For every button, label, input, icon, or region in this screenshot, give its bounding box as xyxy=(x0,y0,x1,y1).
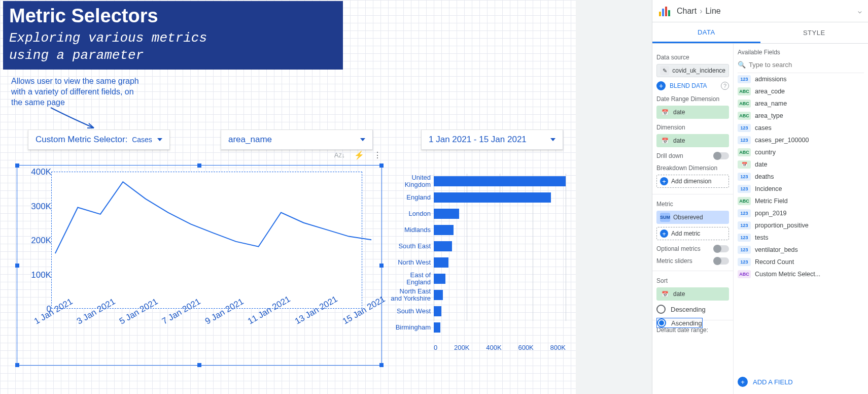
bar-category-label: East of England xyxy=(388,272,434,285)
field-type-badge: 123 xyxy=(738,258,751,266)
plus-circle-icon: + xyxy=(738,377,748,387)
line-chart-component[interactable]: AZ↓ ⚡ ⋮ 0100K200K300K400K 1 Jan 20213 Ja… xyxy=(17,165,382,366)
metric-sliders-toggle[interactable] xyxy=(714,257,729,265)
available-field[interactable]: 123deaths xyxy=(738,171,864,183)
chart-type-icon xyxy=(658,6,672,17)
datasource-chip[interactable]: ✎ covid_uk_incidence xyxy=(656,64,729,77)
bar-rect xyxy=(434,290,443,300)
available-field[interactable]: 123cases xyxy=(738,122,864,134)
available-field[interactable]: ABCcountry xyxy=(738,146,864,158)
area-name-dropdown[interactable]: area_name xyxy=(221,129,373,150)
bar-category-label: London xyxy=(388,210,434,217)
add-dimension-button[interactable]: + Add dimension xyxy=(656,175,729,188)
report-canvas[interactable]: Metric Selectors Exploring various metri… xyxy=(0,0,576,394)
date-range-dimension-chip[interactable]: 📅 date xyxy=(656,106,729,119)
available-field[interactable]: ABCCustom Metric Select... xyxy=(738,268,864,280)
available-field[interactable]: 123Incidence xyxy=(738,183,864,195)
available-field[interactable]: 123cases_per_100000 xyxy=(738,134,864,146)
add-field-button[interactable]: + ADD A FIELD xyxy=(738,372,864,389)
sort-az-icon[interactable]: AZ↓ xyxy=(334,151,345,159)
available-field[interactable]: 123ventilator_beds xyxy=(738,244,864,256)
field-name-label: Record Count xyxy=(755,258,794,266)
bar-xtick-label: 200K xyxy=(454,344,469,351)
metric-chip[interactable]: SUM Obsereved xyxy=(656,211,729,224)
field-name-label: area_code xyxy=(755,88,785,95)
date-range-dropdown[interactable]: 1 Jan 2021 - 15 Jan 2021 xyxy=(421,129,563,150)
help-icon[interactable]: ? xyxy=(721,82,729,90)
field-name-label: Incidence xyxy=(755,185,782,192)
field-type-badge: 123 xyxy=(738,209,751,217)
available-field[interactable]: ABCMetric Field xyxy=(738,195,864,207)
available-field[interactable]: ABCarea_type xyxy=(738,110,864,122)
field-type-badge: 📅 xyxy=(738,160,751,169)
available-fields-column: Available Fields 🔍 123admissionsABCarea_… xyxy=(734,44,868,394)
field-type-badge: 123 xyxy=(738,124,751,132)
available-field[interactable]: 123admissions xyxy=(738,73,864,85)
chevron-down-icon xyxy=(360,138,365,141)
bar-rect xyxy=(434,192,551,203)
section-label: Available Fields xyxy=(738,49,864,56)
field-type-badge: 123 xyxy=(738,234,751,242)
section-label: Drill down xyxy=(656,152,683,159)
field-type-badge: 123 xyxy=(738,185,751,193)
field-search-input[interactable] xyxy=(749,61,864,69)
dimension-chip[interactable]: 📅 date xyxy=(656,134,729,147)
add-metric-button[interactable]: + Add metric xyxy=(656,227,729,240)
tab-style[interactable]: STYLE xyxy=(760,22,869,43)
field-name-label: deaths xyxy=(755,173,774,180)
aggregation-badge: SUM xyxy=(660,213,670,222)
sort-descending-radio[interactable]: Descending xyxy=(656,305,729,314)
section-label: Metric sliders xyxy=(656,257,692,265)
line-series xyxy=(17,166,381,365)
bar-rect xyxy=(434,225,454,235)
field-name-label: cases xyxy=(755,124,772,132)
sort-ascending-radio[interactable]: Ascending xyxy=(656,318,703,328)
bar-xtick-label: 600K xyxy=(518,344,533,351)
bar-category-label: South East xyxy=(388,243,434,250)
tab-data[interactable]: DATA xyxy=(652,22,760,43)
chevron-down-icon xyxy=(157,138,162,141)
optional-metrics-toggle[interactable] xyxy=(714,245,729,252)
field-type-badge: 123 xyxy=(738,136,751,144)
calendar-icon: 📅 xyxy=(660,108,670,117)
field-name-label: area_type xyxy=(755,112,783,119)
field-type-badge: ABC xyxy=(738,148,751,156)
svg-rect-1 xyxy=(662,9,664,16)
bar-category-label: North East and Yorkshire xyxy=(388,288,434,302)
custom-metric-selector-dropdown[interactable]: Custom Metric Selector: Cases xyxy=(28,129,170,150)
panel-header[interactable]: Chart›Line ⌵ xyxy=(652,0,868,22)
bar-category-label: United Kingdom xyxy=(388,174,434,188)
available-field[interactable]: ABCarea_name xyxy=(738,97,864,110)
chevron-down-icon[interactable]: ⌵ xyxy=(858,7,862,15)
bar-category-label: England xyxy=(388,194,434,201)
blend-data-button[interactable]: + BLEND DATA ? xyxy=(656,81,729,90)
bar-chart-component[interactable]: United KingdomEnglandLondonMidlandsSouth… xyxy=(388,174,576,356)
calendar-icon: 📅 xyxy=(660,136,670,145)
available-field[interactable]: 📅date xyxy=(738,158,864,171)
field-name-label: country xyxy=(755,149,776,156)
sort-chip[interactable]: 📅 date xyxy=(656,287,729,301)
radio-icon xyxy=(656,305,666,314)
field-type-badge: ABC xyxy=(738,270,751,278)
available-field[interactable]: 123proportion_positive xyxy=(738,219,864,232)
available-field[interactable]: ABCarea_code xyxy=(738,85,864,97)
panel-tabs: DATA STYLE xyxy=(652,22,868,44)
available-field[interactable]: 123Record Count xyxy=(738,256,864,268)
field-name-label: ventilator_beds xyxy=(755,246,798,253)
field-name-label: proportion_positive xyxy=(755,222,809,229)
bar-rect xyxy=(434,306,441,316)
bar-xtick-label: 800K xyxy=(550,344,566,351)
field-name-label: popn_2019 xyxy=(755,210,787,217)
radio-icon xyxy=(657,318,666,327)
field-type-badge: 123 xyxy=(738,221,751,229)
bolt-icon[interactable]: ⚡ xyxy=(354,150,364,160)
calendar-icon: 📅 xyxy=(660,289,670,299)
more-vert-icon[interactable]: ⋮ xyxy=(373,150,381,160)
drilldown-toggle[interactable] xyxy=(714,152,729,159)
bar-category-label: Midlands xyxy=(388,226,434,234)
field-type-badge: 123 xyxy=(738,173,751,181)
field-type-badge: ABC xyxy=(738,87,751,95)
field-search[interactable]: 🔍 xyxy=(738,59,864,73)
available-field[interactable]: 123popn_2019 xyxy=(738,207,864,219)
available-field[interactable]: 123tests xyxy=(738,232,864,244)
